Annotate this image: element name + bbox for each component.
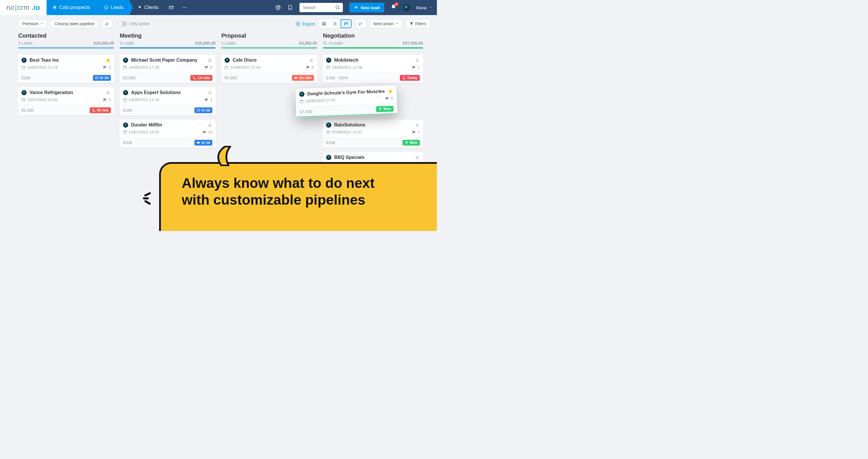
chip-text: in 1d [202, 141, 210, 145]
status-chip[interactable]: Won [402, 172, 420, 178]
card-date: 07/09/2022 11:07 [326, 130, 362, 134]
card-comments[interactable]: 1 [412, 130, 420, 134]
status-chip[interactable]: in 1d [194, 108, 212, 113]
card-comments[interactable]: 10 [202, 130, 212, 134]
add-lead-icon[interactable] [323, 41, 327, 45]
target-icon [104, 5, 108, 10]
star-icon[interactable] [414, 58, 420, 63]
card-comments[interactable]: 0 [204, 65, 212, 69]
star-icon[interactable] [309, 58, 314, 63]
card-comments[interactable]: 0 [306, 65, 314, 69]
star-icon[interactable] [207, 90, 212, 95]
card-comments[interactable]: 1 [412, 65, 420, 69]
tab-clients[interactable]: Clients [129, 0, 164, 15]
svg-rect-10 [345, 22, 346, 24]
search-icon[interactable] [335, 5, 340, 11]
status-chip[interactable]: Won [402, 140, 420, 146]
card-comments[interactable]: 0 [412, 162, 420, 167]
nav-more[interactable] [178, 0, 191, 15]
card-value: €25K [326, 173, 336, 177]
new-lead-button[interactable]: New lead [349, 3, 384, 12]
card-comments[interactable]: 0 [103, 65, 111, 69]
bookmark-icon[interactable] [287, 5, 293, 10]
chip-text: 1m late [299, 76, 312, 80]
view-kanban[interactable] [341, 20, 351, 28]
svg-rect-22 [300, 100, 303, 103]
goal-icon[interactable] [275, 5, 281, 10]
only-active-label: Only active [129, 22, 149, 26]
chevron-down-icon[interactable] [429, 5, 432, 10]
logo[interactable]: no|crm .io [0, 0, 46, 15]
status-chip[interactable]: in 1d [194, 140, 212, 146]
tab-label: Clients [144, 5, 159, 10]
tab-cold-prospects[interactable]: Cold prospects [46, 0, 96, 15]
lead-card[interactable]: Cafe Disco 14/09/2022 17:42 0 €4,300 1m … [221, 54, 318, 83]
mail-icon [169, 5, 174, 10]
svg-rect-15 [124, 98, 127, 101]
lead-card[interactable]: Dunder Mifflin 13/07/2022 10:53 10 €20K … [119, 119, 216, 148]
column-progress [323, 47, 423, 49]
premium-filter[interactable]: Premium [18, 20, 48, 28]
star-icon[interactable] [207, 122, 212, 128]
card-comments[interactable]: 0 [385, 96, 393, 100]
card-comments[interactable]: 1 [103, 97, 111, 102]
topbar-tools: New lead 2 Rana [275, 3, 437, 12]
card-percent: 100% [338, 75, 348, 80]
user-avatar[interactable] [403, 4, 410, 11]
star-icon[interactable] [414, 155, 420, 160]
chip-text: in 1d [202, 108, 210, 112]
nav-mail[interactable] [164, 0, 178, 15]
status-chip[interactable]: in 1d [93, 75, 111, 81]
status-chip[interactable]: 6h late [90, 108, 111, 113]
svg-point-1 [183, 7, 184, 8]
column-negotiation: Negotiation 4 Leads €57,500.00 Mobiletec… [322, 32, 424, 181]
card-value-wrap: €5,000 [22, 108, 34, 113]
export-button[interactable]: Export [296, 22, 314, 26]
view-table[interactable] [318, 20, 330, 28]
sort-button[interactable] [355, 20, 366, 28]
lead-card[interactable]: Michael Scott Paper Company 14/09/2022 1… [119, 54, 216, 83]
view-switcher [318, 19, 352, 28]
notifications[interactable]: 2 [391, 4, 396, 11]
status-chip[interactable]: 1m late [292, 75, 314, 81]
user-name[interactable]: Rana [416, 5, 427, 10]
card-title: Best Teas Inc [30, 58, 103, 63]
lead-card[interactable]: BBQ Specials 13/07/2022 10:58 0 €25K Won [322, 152, 424, 181]
status-chip[interactable]: 1m late [190, 75, 212, 81]
lead-card[interactable]: Dwight Schrute's Gym For Muscles 14/09/2… [295, 85, 397, 118]
lead-card[interactable]: Mobiletech 24/08/2022 11:08 1 €15K100% T… [322, 54, 424, 83]
column-proposal: Proposal 1 Leads €4,300.00 Cafe Disco 14… [221, 32, 318, 83]
card-avatar [326, 58, 331, 63]
only-active-toggle[interactable]: Only active [118, 21, 149, 26]
star-icon[interactable] [414, 122, 420, 128]
column-title: Contacted [18, 32, 114, 39]
download-icon [296, 22, 300, 26]
pipeline-label: Closing dates pipeline [55, 22, 94, 26]
card-value-wrap: €15K100% [326, 75, 348, 81]
premium-label: Premium [22, 22, 38, 26]
next-action-dropdown[interactable]: Next action [370, 20, 402, 28]
column-header: Proposal 1 Leads €4,300.00 [221, 32, 318, 51]
star-icon[interactable] [105, 58, 111, 63]
filters-button[interactable]: Filters [406, 20, 430, 28]
status-chip[interactable]: Today [400, 75, 420, 81]
lead-card[interactable]: RainSolutions 07/09/2022 11:07 1 €10K Wo… [322, 119, 424, 148]
star-icon[interactable] [388, 88, 393, 94]
pipeline-filter[interactable]: Closing dates pipeline [50, 20, 99, 28]
lead-card[interactable]: Apps Expert Solutions 14/09/2022 11:18 1… [119, 87, 216, 116]
card-comments[interactable]: 1 [204, 97, 212, 102]
view-list[interactable] [330, 20, 341, 28]
lead-card[interactable]: Best Teas Inc 14/09/2022 11:15 0 €20K in… [18, 54, 115, 83]
plus-icon [354, 5, 359, 10]
star-icon[interactable] [105, 90, 111, 95]
tab-leads[interactable]: Leads [96, 0, 129, 15]
wrench-icon [105, 22, 110, 26]
caret-down-icon [396, 22, 398, 25]
lead-card[interactable]: Vance Refrigeration 13/07/2022 10:50 1 €… [18, 87, 115, 116]
settings-button[interactable] [101, 20, 113, 28]
toolbar: Premium Closing dates pipeline Only acti… [0, 15, 437, 31]
card-value-wrap: €20K [123, 140, 132, 145]
chip-text: Won [410, 173, 417, 177]
star-icon[interactable] [207, 58, 212, 63]
status-chip[interactable]: Won [376, 105, 394, 112]
